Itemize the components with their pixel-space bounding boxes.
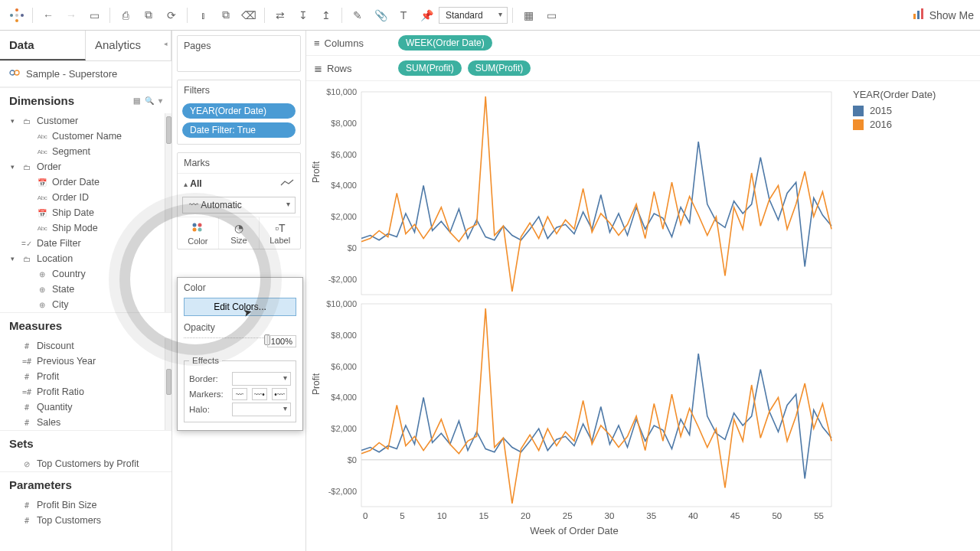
fit-select[interactable]: Standard bbox=[439, 7, 508, 24]
opacity-slider[interactable] bbox=[184, 337, 267, 348]
dim-order-date-label: Order Date bbox=[52, 177, 100, 187]
color-popup: Color Edit Colors... Opacity 100% Effect… bbox=[177, 277, 303, 431]
dim-ship-mode[interactable]: AbcShip Mode bbox=[0, 220, 172, 236]
marks-label-button[interactable]: ▫TLabel bbox=[260, 217, 300, 249]
refresh-button[interactable]: ⟳ bbox=[161, 5, 182, 26]
filters-shelf[interactable]: Filters YEAR(Order Date) Date Filter: Tr… bbox=[177, 80, 301, 145]
tab-analytics-label: Analytics bbox=[95, 38, 141, 51]
rows-shelf[interactable]: ≣Rows SUM(Profit) SUM(Profit) bbox=[306, 56, 980, 81]
chart-pane-top[interactable]: Profit $10,000$8,000$6,000$4,000$2,000$0… bbox=[309, 87, 839, 299]
marks-color-button[interactable]: Color bbox=[178, 217, 219, 249]
back-button[interactable]: ← bbox=[38, 5, 59, 26]
mark-type-select[interactable]: 〰 Automatic bbox=[182, 197, 296, 214]
dim-city[interactable]: ⊕City bbox=[0, 297, 172, 312]
filter-pill-year[interactable]: YEAR(Order Date) bbox=[182, 103, 296, 119]
halo-select[interactable] bbox=[232, 403, 291, 416]
border-select[interactable] bbox=[232, 372, 291, 386]
dim-location[interactable]: ▾🗀Location bbox=[0, 251, 172, 266]
meas-profit-ratio[interactable]: =#Profit Ratio bbox=[0, 384, 172, 399]
dim-country[interactable]: ⊕Country bbox=[0, 266, 172, 282]
svg-rect-0 bbox=[913, 14, 916, 19]
dim-state-label: State bbox=[52, 284, 74, 295]
opacity-label: Opacity bbox=[184, 322, 296, 333]
columns-shelf[interactable]: ≡Columns WEEK(Order Date) bbox=[306, 31, 980, 56]
sort-desc-button[interactable]: ↥ bbox=[315, 5, 337, 26]
param-profit-bin[interactable]: #Profit Bin Size bbox=[0, 497, 172, 513]
meas-profit[interactable]: #Profit bbox=[0, 369, 172, 384]
menu-icon[interactable]: ▾ bbox=[158, 96, 162, 105]
param-top-cust[interactable]: #Top Customers bbox=[0, 513, 172, 528]
dim-order-date[interactable]: 📅Order Date bbox=[0, 174, 172, 190]
marks-size-button[interactable]: ◔Size bbox=[219, 217, 260, 249]
meas-quantity[interactable]: #Quantity bbox=[0, 399, 172, 415]
pages-shelf[interactable]: Pages bbox=[177, 35, 301, 72]
pin-button[interactable]: 📌 bbox=[416, 5, 437, 26]
new-datasource-button[interactable]: ⎙ bbox=[115, 5, 136, 26]
present-button[interactable]: ▭ bbox=[541, 5, 562, 26]
highlight-button[interactable]: ✎ bbox=[347, 5, 368, 26]
rows-pill-1[interactable]: SUM(Profit) bbox=[398, 60, 462, 76]
markers-label: Markers: bbox=[189, 390, 227, 399]
autoupdate-button[interactable]: ⧉ bbox=[138, 5, 159, 26]
svg-point-3 bbox=[10, 70, 15, 75]
dim-segment-label: Segment bbox=[52, 146, 90, 157]
view-icon[interactable]: ▤ bbox=[133, 96, 140, 105]
parameters-header: Parameters bbox=[0, 471, 172, 497]
dim-customer[interactable]: ▾🗀Customer bbox=[0, 113, 172, 129]
marks-all-row[interactable]: ▴ All bbox=[178, 173, 300, 194]
markers-all[interactable]: •〰 bbox=[272, 388, 287, 400]
meas-discount[interactable]: #Discount bbox=[0, 338, 172, 354]
swap-button[interactable]: ⇄ bbox=[270, 5, 291, 26]
dimensions-label: Dimensions bbox=[9, 94, 74, 107]
dim-ship-date[interactable]: 📅Ship Date bbox=[0, 205, 172, 220]
parameters-label: Parameters bbox=[9, 478, 72, 491]
x-axis-label: Week of Order Date bbox=[309, 525, 839, 536]
meas-discount-label: Discount bbox=[37, 341, 74, 351]
group-button[interactable]: 📎 bbox=[370, 5, 391, 26]
halo-label: Halo: bbox=[189, 405, 227, 414]
cards-button[interactable]: ▦ bbox=[518, 5, 539, 26]
dim-state[interactable]: ⊕State bbox=[0, 282, 172, 297]
meas-prev-year[interactable]: =#Previous Year bbox=[0, 354, 172, 369]
viz-area[interactable]: Profit $10,000$8,000$6,000$4,000$2,000$0… bbox=[306, 81, 842, 551]
legend-item-2015[interactable]: 2015 bbox=[853, 105, 969, 116]
duplicate-button[interactable]: ⧉ bbox=[215, 5, 237, 26]
opacity-value[interactable]: 100% bbox=[267, 335, 296, 347]
legend-title: YEAR(Order Date) bbox=[853, 89, 969, 100]
tableau-logo-icon[interactable] bbox=[6, 5, 28, 26]
save-button[interactable]: ▭ bbox=[83, 5, 105, 26]
dim-location-label: Location bbox=[37, 253, 73, 264]
tab-data[interactable]: Data bbox=[0, 31, 86, 60]
meas-quantity-label: Quantity bbox=[37, 402, 73, 412]
tab-analytics[interactable]: Analytics◂ bbox=[86, 31, 172, 60]
dim-date-filter[interactable]: =✓Date Filter bbox=[0, 236, 172, 251]
chart-pane-bottom[interactable]: Profit $10,000$8,000$6,000$4,000$2,000$0… bbox=[309, 299, 839, 511]
rows-pill-2[interactable]: SUM(Profit) bbox=[468, 60, 531, 76]
markers-none[interactable]: 〰 bbox=[232, 388, 247, 400]
color-legend[interactable]: YEAR(Order Date) 2015 2016 bbox=[842, 81, 980, 551]
search-icon[interactable]: 🔍 bbox=[145, 96, 154, 105]
new-worksheet-button[interactable]: ⫾ bbox=[192, 5, 214, 26]
columns-pill[interactable]: WEEK(Order Date) bbox=[398, 35, 492, 51]
datasource-row[interactable]: Sample - Superstore bbox=[0, 61, 172, 87]
forward-button[interactable]: → bbox=[60, 5, 82, 26]
svg-text:$2,000: $2,000 bbox=[331, 424, 357, 433]
dim-ship-mode-label: Ship Mode bbox=[52, 223, 98, 233]
dim-order-id[interactable]: AbcOrder ID bbox=[0, 190, 172, 205]
edit-colors-button[interactable]: Edit Colors... bbox=[184, 298, 296, 316]
sort-asc-button[interactable]: ↧ bbox=[292, 5, 314, 26]
dim-segment[interactable]: AbcSegment bbox=[0, 144, 172, 159]
filter-pill-date[interactable]: Date Filter: True bbox=[182, 122, 296, 138]
show-me-button[interactable]: Show Me bbox=[913, 8, 974, 22]
svg-text:$6,000: $6,000 bbox=[331, 150, 357, 159]
dim-customer-label: Customer bbox=[37, 116, 78, 126]
labels-button[interactable]: T bbox=[393, 5, 414, 26]
dim-order[interactable]: ▾🗀Order bbox=[0, 159, 172, 174]
legend-item-2016[interactable]: 2016 bbox=[853, 119, 969, 130]
set-top-cust-profit[interactable]: ⊘Top Customers by Profit bbox=[0, 456, 172, 471]
param-top-cust-label: Top Customers bbox=[37, 515, 101, 526]
dim-customer-name[interactable]: AbcCustomer Name bbox=[0, 129, 172, 144]
clear-button[interactable]: ⌫ bbox=[238, 5, 260, 26]
meas-sales[interactable]: #Sales bbox=[0, 415, 172, 430]
markers-auto[interactable]: 〰• bbox=[252, 388, 267, 400]
